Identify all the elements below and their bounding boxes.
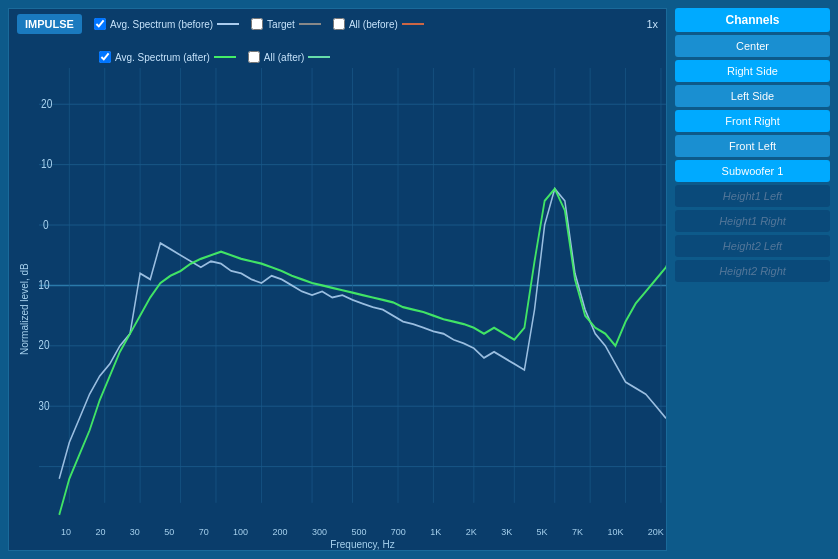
checkbox-avg-after[interactable] xyxy=(99,51,111,63)
channels-header: Channels xyxy=(675,8,830,32)
channel-btn-height2-right: Height2 Right xyxy=(675,260,830,282)
svg-text:20: 20 xyxy=(41,97,52,110)
channel-btn-left-side[interactable]: Left Side xyxy=(675,85,830,107)
line-avg-before xyxy=(217,23,239,25)
checkbox-target[interactable] xyxy=(251,18,263,30)
channel-btn-front-right[interactable]: Front Right xyxy=(675,110,830,132)
line-avg-after xyxy=(214,56,236,58)
x-tick-labels: 10 20 30 50 70 100 200 300 500 700 1K 2K… xyxy=(61,527,664,537)
channel-btn-height2-left: Height2 Left xyxy=(675,235,830,257)
main-container: IMPULSE Avg. Spectrum (before) Target Al… xyxy=(0,0,838,559)
legend-item-all-after: All (after) xyxy=(248,51,331,63)
svg-text:0: 0 xyxy=(43,218,49,231)
legend-item-all-before: All (before) xyxy=(333,18,424,30)
chart-plot: 20 10 0 -10 -20 -30 xyxy=(39,68,666,527)
line-all-after xyxy=(308,56,330,58)
line-target xyxy=(299,23,321,25)
channel-btn-height1-left: Height1 Left xyxy=(675,185,830,207)
legend-item-avg-before: Avg. Spectrum (before) xyxy=(94,18,239,30)
svg-text:10: 10 xyxy=(41,157,52,170)
channel-btn-right-side[interactable]: Right Side xyxy=(675,60,830,82)
legend-item-avg-after: Avg. Spectrum (after) xyxy=(99,51,236,63)
svg-text:-10: -10 xyxy=(39,278,50,291)
zoom-label: 1x xyxy=(646,18,658,30)
checkbox-all-before[interactable] xyxy=(333,18,345,30)
legend-item-target: Target xyxy=(251,18,321,30)
chart-body: Normalized level, dB 20 xyxy=(9,68,666,550)
legend-bar: IMPULSE Avg. Spectrum (before) Target Al… xyxy=(9,9,666,68)
channel-btn-height1-right: Height1 Right xyxy=(675,210,830,232)
channel-btn-front-left[interactable]: Front Left xyxy=(675,135,830,157)
right-panel: Channels Center Right Side Left Side Fro… xyxy=(675,8,830,551)
impulse-badge: IMPULSE xyxy=(17,14,82,34)
channel-btn-center[interactable]: Center xyxy=(675,35,830,57)
svg-text:-30: -30 xyxy=(39,399,50,412)
line-all-before xyxy=(402,23,424,25)
chart-area: IMPULSE Avg. Spectrum (before) Target Al… xyxy=(8,8,667,551)
y-axis-label: Normalized level, dB xyxy=(9,68,39,550)
chart-svg: 20 10 0 -10 -20 -30 xyxy=(39,68,666,527)
checkbox-avg-before[interactable] xyxy=(94,18,106,30)
checkbox-all-after[interactable] xyxy=(248,51,260,63)
svg-text:-20: -20 xyxy=(39,339,50,352)
x-axis-container: 10 20 30 50 70 100 200 300 500 700 1K 2K… xyxy=(39,527,666,550)
x-axis-title: Frequency, Hz xyxy=(61,539,664,550)
channel-btn-subwoofer1[interactable]: Subwoofer 1 xyxy=(675,160,830,182)
